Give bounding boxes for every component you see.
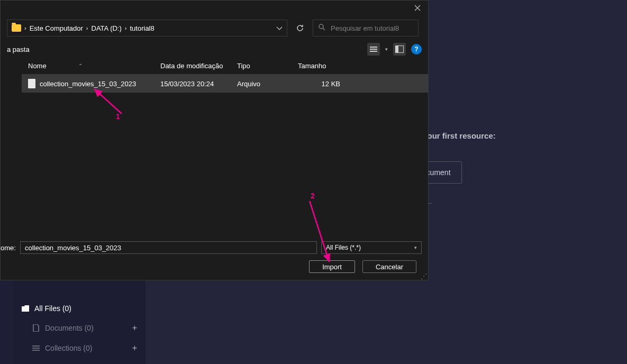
- filename-label: ome:: [1, 244, 16, 252]
- import-button[interactable]: Import: [309, 260, 355, 273]
- header-type[interactable]: Tipo: [237, 62, 298, 70]
- sidebar-all-files-label: All Files (0): [34, 304, 71, 313]
- view-panel-button[interactable]: [393, 43, 406, 56]
- dialog-toolbar: › Este Computador › DATA (D:) › tutorial…: [1, 15, 428, 41]
- panel-icon: [395, 46, 404, 53]
- sidebar-items: All Files (0) Documents (0) + Collecti: [13, 294, 146, 363]
- resize-grip-icon[interactable]: ⋰: [421, 272, 427, 279]
- search-box: [313, 20, 419, 37]
- cancel-button[interactable]: Cancelar: [362, 260, 416, 273]
- document-icon: [32, 324, 40, 332]
- subtoolbar-controls: ▾ ?: [367, 43, 422, 56]
- sidebar-item-all-files[interactable]: All Files (0): [13, 299, 146, 318]
- footer-filename-row: ome: All Files (*.*) ▾: [1, 241, 422, 254]
- search-icon: [319, 24, 325, 32]
- folder-icon: [22, 305, 29, 312]
- sidebar-documents-label: Documents (0): [45, 324, 94, 332]
- list-icon: [370, 47, 377, 52]
- sidebar-collections-label: Collections (0): [45, 344, 92, 352]
- header-size[interactable]: Tamanho: [298, 62, 340, 70]
- dialog-titlebar: [1, 1, 428, 15]
- breadcrumb-item-computer[interactable]: Este Computador: [30, 24, 83, 32]
- svg-point-5: [319, 24, 323, 29]
- chevron-right-icon: ›: [125, 25, 127, 31]
- filetype-label: All Files (*.*): [326, 244, 361, 251]
- collection-icon: [32, 344, 40, 352]
- breadcrumb-item-folder[interactable]: tutorial8: [130, 24, 154, 32]
- subtoolbar-label: a pasta: [7, 46, 30, 53]
- close-button[interactable]: [407, 1, 428, 15]
- breadcrumb-item-drive[interactable]: DATA (D:): [92, 24, 122, 32]
- file-size: 12 KB: [298, 80, 340, 88]
- sidebar-item-collections[interactable]: Collections (0) +: [13, 338, 146, 358]
- file-name: collection_movies_15_03_2023: [40, 80, 136, 88]
- footer-button-row: Import Cancelar: [1, 260, 422, 273]
- help-button[interactable]: ?: [411, 44, 422, 54]
- filename-input[interactable]: [20, 241, 317, 254]
- breadcrumb-dropdown-button[interactable]: [276, 23, 283, 33]
- chevron-down-icon: ▾: [414, 245, 417, 250]
- dialog-subtoolbar: a pasta ▾ ?: [1, 41, 428, 58]
- chevron-right-icon: ›: [86, 25, 88, 31]
- file-open-dialog: › Este Computador › DATA (D:) › tutorial…: [0, 0, 429, 280]
- file-list-headers: Nome ⌃ Data de modificação Tipo Tamanho: [22, 58, 428, 75]
- file-type: Arquivo: [237, 80, 298, 88]
- chevron-right-icon: ›: [24, 25, 26, 31]
- file-icon: [28, 79, 35, 88]
- svg-line-6: [323, 28, 325, 30]
- dialog-footer: ome: All Files (*.*) ▾ Import Cancelar: [1, 235, 428, 277]
- header-name[interactable]: Nome: [28, 62, 47, 70]
- filetype-select[interactable]: All Files (*.*) ▾: [321, 241, 422, 254]
- header-date[interactable]: Data de modificação: [160, 62, 237, 70]
- chevron-down-icon[interactable]: ▾: [385, 47, 388, 52]
- breadcrumb-box: › Este Computador › DATA (D:) › tutorial…: [7, 20, 287, 37]
- refresh-button[interactable]: [292, 20, 308, 37]
- add-collection-button[interactable]: +: [132, 343, 137, 353]
- file-date: 15/03/2023 20:24: [160, 80, 237, 88]
- sidebar-item-documents[interactable]: Documents (0) +: [13, 318, 146, 338]
- add-document-button[interactable]: +: [132, 323, 137, 333]
- view-list-button[interactable]: [367, 43, 380, 56]
- file-row[interactable]: collection_movies_15_03_2023 15/03/2023 …: [22, 75, 428, 93]
- folder-icon: [12, 24, 21, 32]
- sort-caret-icon: ⌃: [78, 63, 83, 69]
- search-input[interactable]: [331, 24, 413, 32]
- file-list-area: Nome ⌃ Data de modificação Tipo Tamanho …: [1, 58, 428, 235]
